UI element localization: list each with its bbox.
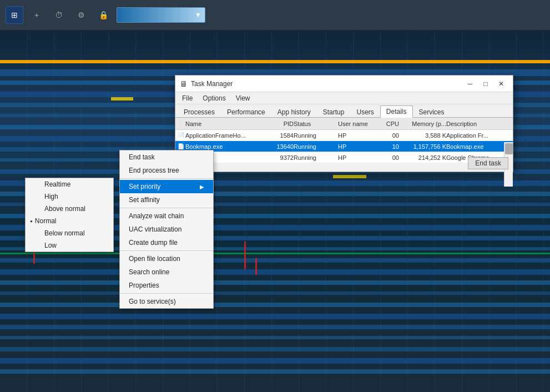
maximize-button[interactable]: □: [478, 78, 493, 89]
toolbar-button-timer[interactable]: ⏱: [50, 6, 68, 24]
taskmanager-titlebar: 🖥 Task Manager ─ □ ✕: [175, 76, 513, 92]
window-controls: ─ □ ✕: [463, 78, 508, 89]
toolbar-button-1[interactable]: ⊞: [6, 6, 23, 24]
toolbar: ⊞ + ⏱ ⚙ 🔒 ▼: [0, 0, 550, 31]
cell-cpu-1: 10: [377, 143, 399, 150]
priority-low[interactable]: Low: [26, 239, 113, 252]
cell-user-2: HP: [338, 154, 377, 161]
ctx-separator-4: [120, 293, 213, 294]
close-button[interactable]: ✕: [494, 78, 508, 89]
cell-user-0: HP: [338, 132, 377, 139]
table-row[interactable]: 📄 Bookmap.exe 13640 Running HP 10 1,157,…: [175, 141, 513, 152]
end-task-button[interactable]: End task: [468, 157, 508, 169]
taskmanager-tabs: Processes Performance App history Startu…: [175, 104, 513, 118]
table-body: 📄 ApplicationFrameHo... 1584 Running HP …: [175, 130, 513, 163]
dropdown-arrow-icon: ▼: [195, 11, 201, 19]
tab-startup[interactable]: Startup: [317, 106, 351, 118]
priority-realtime[interactable]: Realtime: [26, 178, 113, 190]
table-header: Name PID Status User name CPU Memory (p.…: [175, 118, 513, 130]
ctx-open-location[interactable]: Open file location: [120, 252, 213, 265]
table-row[interactable]: 📄 ApplicationFrameHo... 1584 Running HP …: [175, 130, 513, 141]
tab-performance[interactable]: Performance: [221, 106, 271, 118]
ctx-separator-2: [120, 208, 213, 208]
col-header-memory[interactable]: Memory (p...: [399, 120, 446, 127]
menu-file[interactable]: File: [178, 93, 197, 103]
ctx-set-affinity[interactable]: Set affinity: [120, 193, 213, 207]
cell-desc-1: Bookmap.exe: [446, 143, 511, 150]
tab-users[interactable]: Users: [350, 106, 380, 118]
col-header-desc[interactable]: Description: [446, 120, 511, 127]
ctx-separator-1: [120, 178, 213, 179]
cell-status-2: Running: [294, 154, 338, 161]
tab-details[interactable]: Details: [380, 105, 413, 118]
ctx-separator-3: [120, 250, 213, 251]
tab-processes[interactable]: Processes: [178, 106, 221, 118]
toolbar-button-add[interactable]: +: [28, 6, 46, 24]
taskmanager-title-group: 🖥 Task Manager: [180, 79, 233, 88]
ctx-analyze-wait[interactable]: Analyze wait chain: [120, 209, 213, 223]
scrollbar-thumb[interactable]: [505, 143, 513, 154]
priority-above-normal[interactable]: Above normal: [26, 203, 113, 215]
ctx-go-services[interactable]: Go to service(s): [120, 295, 213, 308]
tab-apphistory[interactable]: App history: [271, 106, 317, 118]
ctx-search-online[interactable]: Search online: [120, 265, 213, 279]
cell-mem-2: 214,252 K: [399, 154, 446, 161]
ctx-set-priority-label: Set priority: [129, 183, 160, 190]
col-header-name[interactable]: Name: [185, 120, 263, 127]
col-header-user[interactable]: User name: [338, 120, 377, 127]
toolbar-button-lock[interactable]: 🔒: [94, 6, 112, 24]
menu-view[interactable]: View: [231, 93, 255, 103]
priority-high[interactable]: High: [26, 190, 113, 203]
minimize-button[interactable]: ─: [463, 78, 477, 89]
table-row[interactable]: 🌐 .exe 9372 Running HP 00 214,252 K Goog…: [175, 152, 513, 163]
taskmanager-title: Task Manager: [191, 80, 233, 88]
ctx-properties[interactable]: Properties: [120, 279, 213, 292]
taskmanager-icon: 🖥: [180, 79, 188, 88]
cell-status-0: Running: [294, 132, 338, 139]
ctx-create-dump[interactable]: Create dump file: [120, 236, 213, 249]
priority-normal[interactable]: Normal: [26, 215, 113, 227]
col-header-status[interactable]: Status: [294, 120, 338, 127]
ctx-end-process-tree[interactable]: End process tree: [120, 164, 213, 177]
priority-submenu: Realtime High Above normal Normal Below …: [25, 178, 114, 252]
cell-cpu-0: 00: [377, 132, 399, 139]
context-menu: End task End process tree Set priority ▶…: [119, 150, 214, 309]
ctx-end-task[interactable]: End task: [120, 150, 213, 164]
taskmanager-menubar: File Options View: [175, 92, 513, 104]
cell-pid-1: 13640: [263, 143, 294, 150]
taskmanager-window: 🖥 Task Manager ─ □ ✕ File Options View P…: [175, 75, 513, 172]
cell-status-1: Running: [294, 143, 338, 150]
cell-desc-0: Application Fr...: [446, 132, 511, 139]
cell-mem-1: 1,157,756 K: [399, 143, 446, 150]
toolbar-dropdown[interactable]: ▼: [117, 7, 205, 23]
menu-options[interactable]: Options: [198, 93, 230, 103]
tab-services[interactable]: Services: [413, 106, 451, 118]
submenu-arrow-icon: ▶: [200, 184, 204, 190]
col-header-pid[interactable]: PID: [263, 120, 294, 127]
cell-pid-0: 1584: [263, 132, 294, 139]
accent-bar: [0, 60, 550, 63]
cell-mem-0: 3,588 K: [399, 132, 446, 139]
cell-pid-2: 9372: [263, 154, 294, 161]
ctx-set-priority[interactable]: Set priority ▶: [120, 180, 213, 193]
cell-name-1: Bookmap.exe: [185, 143, 263, 150]
cell-cpu-2: 00: [377, 154, 399, 161]
toolbar-button-settings[interactable]: ⚙: [72, 6, 90, 24]
priority-below-normal[interactable]: Below normal: [26, 227, 113, 239]
col-header-cpu[interactable]: CPU: [377, 120, 399, 127]
cell-user-1: HP: [338, 143, 377, 150]
ctx-uac-virt[interactable]: UAC virtualization: [120, 223, 213, 236]
cell-name-0: ApplicationFrameHo...: [185, 132, 263, 139]
